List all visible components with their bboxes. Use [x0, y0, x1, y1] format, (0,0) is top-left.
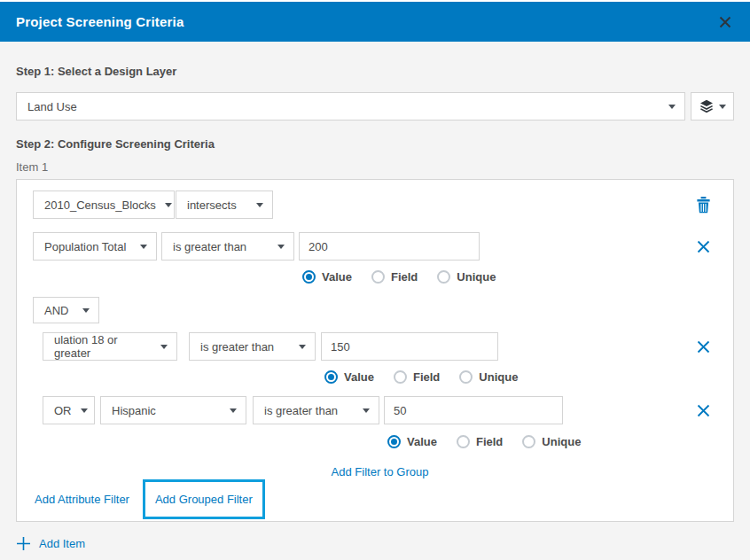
filter1-field-select[interactable]: Population Total: [33, 232, 157, 261]
chevron-down-icon: [165, 203, 172, 207]
add-attribute-filter-link[interactable]: Add Attribute Filter: [35, 493, 129, 506]
remove-filter1-button[interactable]: [695, 238, 712, 255]
filter1-value-input[interactable]: [299, 232, 480, 261]
item-actions-row: Add Attribute Filter Add Grouped Filter: [35, 479, 717, 519]
radio-unselected-icon: [522, 435, 535, 448]
project-screening-criteria-dialog: Project Screening Criteria Step 1: Selec…: [0, 2, 750, 554]
radio-field[interactable]: Field: [457, 435, 503, 448]
radio-value[interactable]: Value: [387, 435, 437, 448]
filter3-value-type-radios: Value Field Unique: [387, 435, 717, 448]
filter3-join-select[interactable]: OR: [43, 396, 95, 424]
filter2-operator-select[interactable]: is greater than: [189, 332, 316, 361]
filter3-join-value: OR: [54, 404, 72, 417]
radio-value[interactable]: Value: [324, 370, 374, 384]
add-item-label: Add Item: [39, 537, 85, 550]
filter2-field-value: ulation 18 or greater: [54, 333, 152, 360]
group-join-row: AND: [33, 297, 717, 323]
add-filter-to-group-link[interactable]: Add Filter to Group: [332, 465, 429, 479]
radio-unselected-icon: [437, 270, 450, 284]
filter3-value-input[interactable]: [384, 396, 563, 424]
grouped-filter-container: ulation 18 or greater is greater than: [33, 332, 717, 479]
radio-unselected-icon: [371, 270, 385, 284]
add-grouped-filter-highlight: Add Grouped Filter: [143, 479, 265, 519]
filter1-field-value: Population Total: [44, 240, 126, 253]
item-card: 2010_Census_Blocks intersects: [16, 179, 734, 522]
group-join-value: AND: [44, 304, 68, 317]
chevron-down-icon: [160, 345, 168, 349]
step2-label: Step 2: Configure Screening Criteria: [16, 137, 734, 152]
chevron-down-icon: [719, 105, 726, 109]
filter3-field-value: Hispanic: [112, 404, 156, 417]
add-filter-to-group-row: Add Filter to Group: [43, 465, 717, 479]
filter2-operator-value: is greater than: [200, 340, 274, 354]
radio-unselected-icon: [459, 370, 473, 384]
dialog-header: Project Screening Criteria: [0, 2, 750, 42]
remove-filter2-button[interactable]: [695, 338, 712, 355]
radio-selected-icon: [387, 435, 401, 448]
radio-field[interactable]: Field: [394, 370, 440, 384]
close-icon: [697, 340, 710, 354]
add-item-button[interactable]: Add Item: [16, 536, 85, 551]
chevron-down-icon: [256, 203, 263, 207]
close-icon: [697, 240, 710, 253]
chevron-down-icon: [230, 408, 237, 413]
radio-selected-icon: [324, 370, 338, 384]
layer-options-button[interactable]: [691, 92, 734, 121]
dialog-title: Project Screening Criteria: [16, 14, 184, 29]
filter-row-3: OR Hispanic is greater than: [43, 396, 717, 424]
radio-unique[interactable]: Unique: [522, 435, 581, 448]
filter-row-1: Population Total is greater than: [33, 232, 717, 261]
close-icon[interactable]: [716, 13, 734, 31]
chevron-down-icon: [668, 105, 676, 109]
design-layer-row: Land Use: [16, 92, 734, 121]
radio-unique[interactable]: Unique: [437, 270, 496, 284]
radio-field[interactable]: Field: [371, 270, 418, 284]
chevron-down-icon: [82, 308, 90, 313]
chevron-down-icon: [81, 408, 88, 413]
item-layer-select[interactable]: 2010_Census_Blocks: [33, 191, 175, 219]
dialog-body: Step 1: Select a Design Layer Land Use S…: [0, 65, 750, 554]
radio-unselected-icon: [394, 370, 407, 384]
spatial-operator-select[interactable]: intersects: [176, 191, 273, 219]
filter-row-2: ulation 18 or greater is greater than: [43, 332, 717, 361]
chevron-down-icon: [277, 245, 285, 249]
layers-icon: [699, 99, 714, 113]
delete-item-button[interactable]: [695, 195, 712, 215]
item-label: Item 1: [16, 160, 734, 175]
chevron-down-icon: [363, 408, 370, 413]
close-icon: [697, 404, 710, 417]
add-grouped-filter-link[interactable]: Add Grouped Filter: [155, 493, 253, 506]
spatial-operator-value: intersects: [187, 198, 237, 212]
remove-filter3-button[interactable]: [695, 402, 712, 419]
filter3-operator-value: is greater than: [264, 404, 338, 417]
filter1-value-type-radios: Value Field Unique: [302, 270, 717, 284]
radio-unique[interactable]: Unique: [459, 370, 518, 384]
filter2-value-input[interactable]: [321, 332, 498, 361]
filter1-operator-value: is greater than: [173, 240, 246, 253]
group-join-select[interactable]: AND: [33, 297, 99, 323]
filter2-field-select[interactable]: ulation 18 or greater: [43, 332, 177, 361]
filter3-field-select[interactable]: Hispanic: [100, 396, 246, 424]
item-layer-value: 2010_Census_Blocks: [44, 198, 156, 212]
filter1-operator-select[interactable]: is greater than: [161, 232, 294, 261]
design-layer-value: Land Use: [27, 100, 77, 113]
filter2-value-type-radios: Value Field Unique: [324, 370, 717, 384]
chevron-down-icon: [299, 345, 306, 349]
design-layer-select[interactable]: Land Use: [16, 92, 685, 121]
filter3-operator-select[interactable]: is greater than: [253, 396, 379, 424]
radio-value[interactable]: Value: [302, 270, 352, 284]
step1-label: Step 1: Select a Design Layer: [16, 65, 734, 79]
item-layer-row: 2010_Census_Blocks intersects: [33, 191, 717, 219]
trash-icon: [697, 197, 710, 214]
radio-unselected-icon: [457, 435, 470, 448]
plus-icon: [16, 536, 31, 551]
radio-selected-icon: [302, 270, 316, 284]
chevron-down-icon: [140, 245, 147, 249]
